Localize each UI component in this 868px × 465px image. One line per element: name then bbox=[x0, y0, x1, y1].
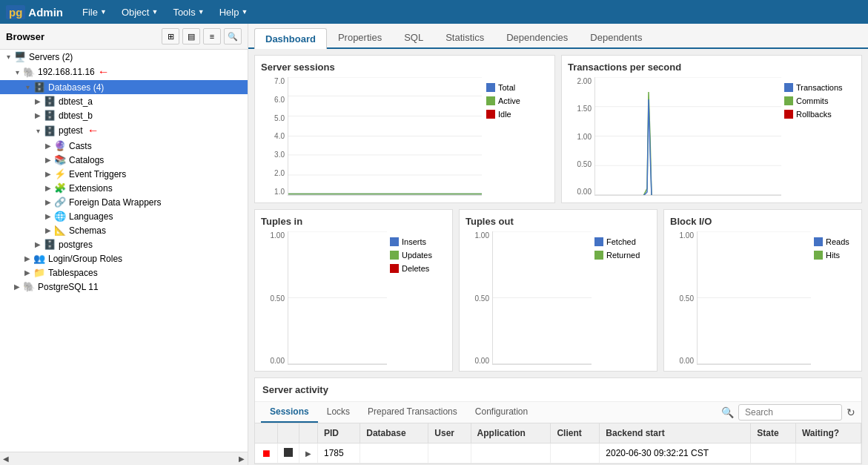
tree-item-extensions[interactable]: ▶ 🧩 Extensions bbox=[0, 181, 248, 195]
tree-arrow-postgresql11[interactable]: ▶ bbox=[12, 283, 22, 291]
chart-server-sessions-title: Server sessions bbox=[261, 62, 549, 73]
col-state: State bbox=[751, 423, 796, 443]
activity-tab-sessions[interactable]: Sessions bbox=[261, 402, 318, 423]
tree-item-postgresql11[interactable]: ▶ 🐘 PostgreSQL 11 bbox=[0, 280, 248, 294]
arrow-annotation-pgtest: ← bbox=[87, 124, 99, 137]
tree-item-login-roles[interactable]: ▶ 👥 Login/Group Roles bbox=[0, 251, 248, 266]
tree-arrow-schemas[interactable]: ▶ bbox=[43, 226, 53, 234]
tree-arrow-catalogs[interactable]: ▶ bbox=[43, 156, 53, 164]
chart-tuples-out-title: Tuples out bbox=[466, 216, 651, 227]
legend-idle-color bbox=[486, 110, 495, 119]
tree-arrow-casts[interactable]: ▶ bbox=[43, 142, 53, 150]
tree-arrow-dbtest-a[interactable]: ▶ bbox=[33, 97, 43, 105]
tree-item-postgres[interactable]: ▶ 🗄️ postgres bbox=[0, 237, 248, 251]
tree-item-catalogs[interactable]: ▶ 📚 Catalogs bbox=[0, 153, 248, 167]
tree-arrow-fdw[interactable]: ▶ bbox=[43, 198, 53, 206]
row-expand[interactable]: ▶ bbox=[299, 443, 318, 464]
chart-transactions: Transactions per second 2.00 1.50 1.00 0… bbox=[561, 55, 862, 203]
legend-commits-color bbox=[784, 96, 793, 105]
menu-tools[interactable]: Tools ▼ bbox=[165, 0, 211, 24]
row-database bbox=[360, 443, 428, 464]
tree-arrow-databases[interactable]: ▾ bbox=[22, 83, 33, 91]
sidebar-tool-grid[interactable]: ⊞ bbox=[162, 28, 179, 44]
tab-statistics[interactable]: Statistics bbox=[434, 27, 495, 47]
tree-arrow-pgtest[interactable]: ▾ bbox=[33, 127, 43, 135]
sidebar: Browser ⊞ ▤ ≡ 🔍 ▾ 🖥️ Servers (2) ▾ 🐘 192… bbox=[0, 24, 248, 465]
legend-reads-label: Reads bbox=[826, 237, 849, 246]
activity-tab-prepared-transactions[interactable]: Prepared Transactions bbox=[359, 402, 466, 423]
tree-item-tablespaces[interactable]: ▶ 📁 Tablespaces bbox=[0, 266, 248, 280]
tree-arrow-languages[interactable]: ▶ bbox=[43, 212, 53, 220]
tree-arrow-servers[interactable]: ▾ bbox=[3, 53, 13, 61]
tree-item-casts[interactable]: ▶ 🔮 Casts bbox=[0, 139, 248, 153]
tree-item-databases[interactable]: ▾ 🗄️ Databases (4) bbox=[0, 80, 248, 94]
tab-dependents[interactable]: Dependents bbox=[579, 27, 653, 47]
menu-help[interactable]: Help ▼ bbox=[212, 0, 256, 24]
chart-transactions-area: 2.00 1.50 1.00 0.50 0.00 bbox=[568, 77, 855, 196]
sidebar-tool-search[interactable]: 🔍 bbox=[224, 28, 242, 44]
tree-arrow-postgres[interactable]: ▶ bbox=[33, 240, 43, 248]
chart-tuples-in-title: Tuples in bbox=[261, 216, 446, 227]
chart-server-sessions: Server sessions 7.0 6.0 5.0 4.0 3.0 2.0 … bbox=[254, 55, 555, 203]
sidebar-tool-list[interactable]: ≡ bbox=[203, 28, 221, 44]
table-row: ⏹ ▶ 1785 bbox=[255, 443, 861, 464]
tree-arrow-event-triggers[interactable]: ▶ bbox=[43, 170, 53, 178]
tree-item-pgtest[interactable]: ▾ 🗄️ pgtest ← bbox=[0, 122, 248, 139]
tree-item-dbtest-b[interactable]: ▶ 🗄️ dbtest_b bbox=[0, 108, 248, 122]
tree-arrow-dbtest-b[interactable]: ▶ bbox=[33, 111, 43, 119]
tree-label-postgresql11: PostgreSQL 11 bbox=[38, 282, 99, 292]
legend-updates-label: Updates bbox=[402, 251, 432, 260]
sidebar-tool-table[interactable]: ▤ bbox=[182, 28, 200, 44]
sidebar-scrollbar[interactable]: ◀ ▶ bbox=[0, 452, 248, 465]
sidebar-tree: ▾ 🖥️ Servers (2) ▾ 🐘 192.168.11.16 ← ▾ 🗄… bbox=[0, 50, 248, 452]
tree-item-fdw[interactable]: ▶ 🔗 Foreign Data Wrappers bbox=[0, 195, 248, 209]
tree-label-postgres: postgres bbox=[59, 240, 93, 250]
legend-commits: Commits bbox=[784, 96, 852, 105]
chart-block-io-legend: Reads Hits bbox=[811, 231, 855, 365]
tree-item-server1[interactable]: ▾ 🐘 192.168.11.16 ← bbox=[0, 64, 248, 80]
tab-dashboard[interactable]: Dashboard bbox=[254, 28, 327, 49]
legend-transactions-color bbox=[784, 83, 793, 92]
scroll-right[interactable]: ▶ bbox=[239, 455, 245, 463]
tree-item-dbtest-a[interactable]: ▶ 🗄️ dbtest_a bbox=[0, 94, 248, 108]
stop-circle-icon: ⏹ bbox=[261, 447, 271, 459]
tree-arrow-tablespaces[interactable]: ▶ bbox=[22, 268, 33, 277]
tree-arrow-extensions[interactable]: ▶ bbox=[43, 184, 53, 192]
legend-hits-label: Hits bbox=[826, 251, 840, 260]
activity-tab-configuration[interactable]: Configuration bbox=[466, 402, 537, 423]
legend-reads-color bbox=[814, 237, 823, 246]
col-waiting: Waiting? bbox=[795, 423, 861, 443]
server-activity-tabs: Sessions Locks Prepared Transactions Con… bbox=[255, 402, 861, 423]
sidebar-title: Browser bbox=[6, 31, 44, 42]
chart-transactions-y-labels: 2.00 1.50 1.00 0.50 0.00 bbox=[568, 77, 594, 196]
tab-properties[interactable]: Properties bbox=[327, 27, 393, 47]
tree-item-event-triggers[interactable]: ▶ ⚡ Event Triggers bbox=[0, 167, 248, 181]
tree-item-schemas[interactable]: ▶ 📐 Schemas bbox=[0, 223, 248, 237]
refresh-button[interactable]: ↻ bbox=[847, 406, 855, 418]
chart-transactions-plot bbox=[594, 77, 781, 196]
activity-tab-locks[interactable]: Locks bbox=[318, 402, 359, 423]
tree-label-casts: Casts bbox=[69, 141, 92, 151]
chart-block-io-svg bbox=[698, 231, 811, 364]
tree-label-databases: Databases (4) bbox=[48, 82, 104, 93]
legend-updates: Updates bbox=[390, 251, 443, 260]
search-input[interactable] bbox=[738, 404, 842, 421]
legend-hits-color bbox=[814, 251, 823, 260]
tab-sql[interactable]: SQL bbox=[393, 27, 434, 47]
tab-dependencies[interactable]: Dependencies bbox=[495, 27, 579, 47]
tree-label-servers: Servers (2) bbox=[29, 52, 73, 62]
right-panel: Dashboard Properties SQL Statistics Depe… bbox=[248, 24, 868, 465]
tree-arrow-server1[interactable]: ▾ bbox=[12, 68, 22, 76]
legend-rollbacks-color bbox=[784, 110, 793, 119]
menu-object[interactable]: Object ▼ bbox=[114, 0, 166, 24]
tree-item-servers[interactable]: ▾ 🖥️ Servers (2) bbox=[0, 50, 248, 64]
scroll-left[interactable]: ◀ bbox=[3, 455, 9, 463]
tree-icon-fdw: 🔗 bbox=[53, 197, 67, 208]
menu-file[interactable]: File ▼ bbox=[75, 0, 114, 24]
row-stop-icon[interactable]: ⏹ bbox=[255, 443, 278, 464]
tree-item-languages[interactable]: ▶ 🌐 Languages bbox=[0, 209, 248, 223]
row-application bbox=[471, 443, 551, 464]
tree-arrow-login-roles[interactable]: ▶ bbox=[22, 254, 33, 263]
col-stop bbox=[278, 423, 299, 443]
legend-active-label: Active bbox=[498, 96, 520, 105]
